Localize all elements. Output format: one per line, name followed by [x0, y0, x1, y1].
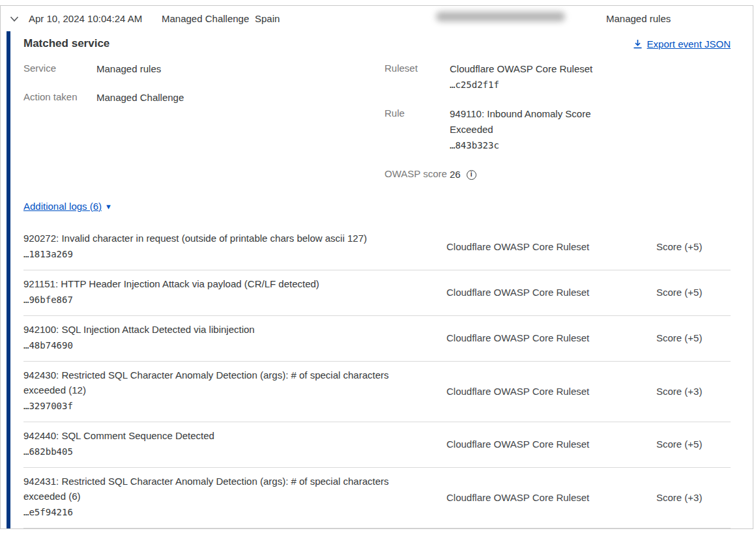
field-service: Service Managed rules: [23, 61, 252, 77]
event-service: Managed rules: [606, 12, 671, 25]
service-fields: Service Managed rules Action taken Manag…: [23, 61, 252, 119]
section-title: Matched service: [23, 37, 109, 50]
log-ruleset: Cloudflare OWASP Core Ruleset: [411, 287, 633, 298]
log-rule-description: 942430: Restricted SQL Character Anomaly…: [23, 367, 411, 397]
log-rule-hash: …3297003f: [23, 398, 411, 414]
field-value: Cloudflare OWASP Core Ruleset …c25d2f1f: [450, 61, 605, 93]
log-rule-cell: 921151: HTTP Header Injection Attack via…: [23, 276, 411, 308]
owasp-score-value: 26: [450, 167, 461, 182]
field-value: 26 i: [450, 167, 605, 182]
log-ruleset: Cloudflare OWASP Core Ruleset: [411, 439, 633, 450]
log-ruleset: Cloudflare OWASP Core Ruleset: [411, 332, 633, 343]
field-value: Managed rules: [96, 61, 252, 77]
download-icon: [633, 39, 643, 49]
field-rule: Rule 949110: Inbound Anomaly Score Excee…: [385, 106, 626, 154]
log-row: 921151: HTTP Header Injection Attack via…: [23, 270, 731, 316]
log-score: Score (+5): [633, 439, 731, 450]
field-value: 949110: Inbound Anomaly Score Exceeded ……: [450, 106, 605, 154]
log-score: Score (+5): [633, 287, 731, 298]
event-action: Managed Challenge: [162, 12, 249, 25]
log-rule-hash: …48b74690: [23, 338, 411, 354]
event-row-header[interactable]: Apr 10, 2024 10:04:24 AM Managed Challen…: [1, 6, 753, 31]
log-rule-cell: 942440: SQL Comment Sequence Detected …6…: [23, 428, 411, 460]
field-label: Action taken: [23, 90, 96, 106]
log-rule-cell: 942100: SQL Injection Attack Detected vi…: [23, 322, 411, 354]
field-action-taken: Action taken Managed Challenge: [23, 90, 252, 106]
event-detail-panel: Matched service Export event JSON Servic…: [1, 31, 753, 528]
field-label: Rule: [385, 106, 450, 154]
log-row: 920272: Invalid character in request (ou…: [23, 225, 731, 270]
additional-logs-toggle[interactable]: Additional logs (6) ▼: [23, 201, 112, 212]
log-rule-description: 921151: HTTP Header Injection Attack via…: [23, 276, 411, 291]
log-rule-hash: …682bb405: [23, 444, 411, 460]
log-row: 942100: SQL Injection Attack Detected vi…: [23, 316, 731, 362]
ruleset-name: Cloudflare OWASP Core Ruleset: [450, 61, 605, 77]
log-rule-description: 942431: Restricted SQL Character Anomaly…: [23, 474, 411, 504]
redacted-host-value: [436, 12, 565, 22]
info-icon[interactable]: i: [467, 170, 476, 180]
field-label: Ruleset: [385, 61, 450, 93]
log-ruleset: Cloudflare OWASP Core Ruleset: [411, 241, 633, 252]
log-score: Score (+5): [633, 241, 731, 252]
additional-logs-table: 920272: Invalid character in request (ou…: [23, 225, 731, 528]
caret-down-icon: ▼: [105, 203, 112, 210]
additional-logs-label: Additional logs (6): [23, 201, 102, 212]
chevron-down-icon[interactable]: [9, 14, 20, 24]
ruleset-hash: …c25d2f1f: [450, 77, 605, 93]
ruleset-fields: Ruleset Cloudflare OWASP Core Ruleset …c…: [385, 61, 626, 195]
log-rule-cell: 942431: Restricted SQL Character Anomaly…: [23, 474, 411, 521]
log-rule-hash: …96bfe867: [23, 292, 411, 308]
log-rule-cell: 942430: Restricted SQL Character Anomaly…: [23, 367, 411, 414]
log-row: 942430: Restricted SQL Character Anomaly…: [23, 362, 731, 422]
log-ruleset: Cloudflare OWASP Core Ruleset: [411, 386, 633, 397]
field-label: OWASP score: [385, 167, 450, 182]
field-label: Service: [23, 61, 96, 77]
log-ruleset: Cloudflare OWASP Core Ruleset: [411, 492, 633, 503]
log-rule-description: 942440: SQL Comment Sequence Detected: [23, 428, 411, 443]
log-rule-hash: …e5f94216: [23, 504, 411, 521]
log-rule-cell: 920272: Invalid character in request (ou…: [23, 231, 411, 263]
log-score: Score (+5): [633, 332, 731, 343]
log-rule-description: 942100: SQL Injection Attack Detected vi…: [23, 322, 411, 337]
field-value: Managed Challenge: [96, 90, 252, 106]
export-link-label: Export event JSON: [647, 38, 731, 50]
rule-name: 949110: Inbound Anomaly Score Exceeded: [450, 106, 605, 137]
log-score: Score (+3): [633, 492, 731, 503]
field-owasp-score: OWASP score 26 i: [385, 167, 626, 182]
event-timestamp: Apr 10, 2024 10:04:24 AM: [29, 12, 142, 25]
export-event-json-link[interactable]: Export event JSON: [633, 38, 731, 50]
field-ruleset: Ruleset Cloudflare OWASP Core Ruleset …c…: [385, 61, 626, 93]
log-score: Score (+3): [633, 386, 731, 397]
matched-service-section: Matched service Export event JSON Servic…: [23, 31, 731, 225]
log-row: 942431: Restricted SQL Character Anomaly…: [23, 468, 731, 528]
rule-hash: …843b323c: [450, 137, 605, 154]
log-row: 942440: SQL Comment Sequence Detected …6…: [23, 422, 731, 468]
log-rule-hash: …1813a269: [23, 246, 411, 263]
event-country: Spain: [255, 12, 280, 25]
firewall-event-card: Apr 10, 2024 10:04:24 AM Managed Challen…: [0, 5, 753, 529]
log-rule-description: 920272: Invalid character in request (ou…: [23, 231, 411, 246]
